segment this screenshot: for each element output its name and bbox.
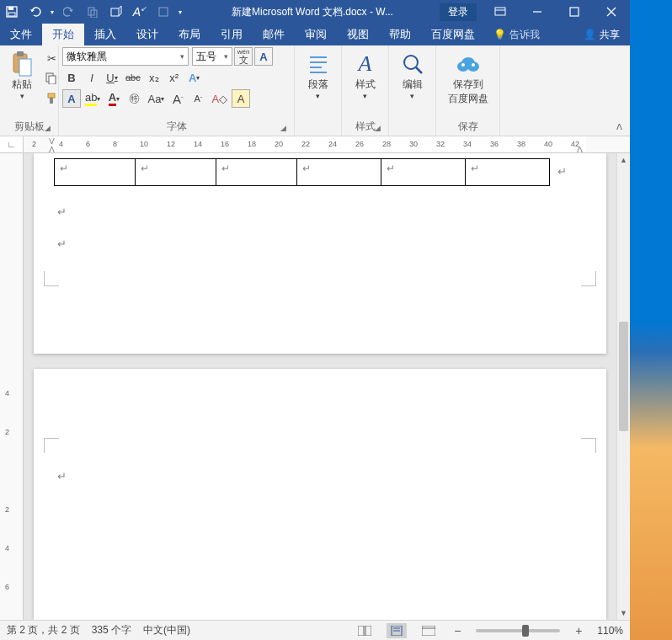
page-surface[interactable]: ↵↵↵↵↵↵ ↵ ↵ ↵ ↵ bbox=[24, 153, 616, 620]
tab-mail[interactable]: 邮件 bbox=[253, 24, 295, 45]
table-cell[interactable]: ↵ bbox=[297, 159, 381, 186]
zoom-level[interactable]: 110% bbox=[597, 625, 623, 637]
zoom-slider[interactable] bbox=[476, 629, 560, 632]
ruler-tick: 12 bbox=[167, 140, 175, 148]
char-border-button[interactable]: A bbox=[254, 47, 273, 66]
redo-icon[interactable] bbox=[57, 0, 81, 24]
table-cell[interactable]: ↵ bbox=[216, 159, 297, 186]
qa-icon-1[interactable] bbox=[81, 0, 104, 24]
ruler-tick: 8 bbox=[113, 140, 117, 148]
table-cell[interactable]: ↵ bbox=[136, 159, 216, 186]
tab-references[interactable]: 引用 bbox=[211, 24, 253, 45]
table-cell[interactable]: ↵ bbox=[381, 159, 466, 186]
qa-icon-2[interactable] bbox=[104, 0, 128, 24]
char-shading-button[interactable]: A bbox=[62, 89, 81, 108]
login-button[interactable]: 登录 bbox=[440, 3, 477, 21]
tab-layout[interactable]: 布局 bbox=[168, 24, 211, 45]
cut-icon[interactable]: ✂ bbox=[42, 49, 61, 67]
highlight-button[interactable]: ab▾ bbox=[83, 89, 103, 108]
page-indicator[interactable]: 第 2 页，共 2 页 bbox=[7, 623, 80, 637]
qa-styles-icon[interactable]: A↙ bbox=[128, 0, 152, 24]
web-layout-icon[interactable] bbox=[419, 623, 439, 638]
text-effects-button[interactable]: A▾ bbox=[185, 68, 204, 87]
styles-launcher-icon[interactable]: ◢ bbox=[371, 122, 383, 134]
svg-rect-18 bbox=[48, 93, 55, 98]
italic-button[interactable]: I bbox=[83, 68, 101, 87]
print-layout-icon[interactable] bbox=[387, 623, 407, 638]
tab-design[interactable]: 设计 bbox=[126, 24, 168, 45]
strike-button[interactable]: abc bbox=[123, 68, 143, 87]
ruler-tick: 2 bbox=[32, 140, 36, 148]
paste-icon bbox=[8, 51, 35, 77]
close-icon[interactable] bbox=[593, 0, 630, 24]
undo-dropdown[interactable]: ▾ bbox=[47, 0, 57, 24]
shrink-font-button[interactable]: Aˇ bbox=[189, 89, 207, 108]
read-mode-icon[interactable] bbox=[355, 623, 375, 638]
phonetic-guide-button[interactable]: wén文 bbox=[234, 47, 253, 66]
paste-button[interactable]: 粘贴▾ bbox=[3, 47, 40, 104]
vertical-ruler[interactable]: 42246 bbox=[0, 153, 24, 620]
tab-review[interactable]: 审阅 bbox=[295, 24, 337, 45]
copy-icon[interactable] bbox=[42, 69, 61, 88]
tell-me-input[interactable]: 💡告诉我 bbox=[485, 24, 548, 45]
save-baidu-button[interactable]: 保存到 百度网盘 bbox=[443, 47, 493, 109]
styles-button[interactable]: A 样式▾ bbox=[347, 47, 384, 104]
tab-baidu[interactable]: 百度网盘 bbox=[421, 24, 485, 45]
editing-button[interactable]: 编辑▾ bbox=[394, 47, 431, 104]
tab-help[interactable]: 帮助 bbox=[379, 24, 421, 45]
undo-icon[interactable] bbox=[24, 0, 47, 24]
minimize-icon[interactable] bbox=[519, 0, 556, 24]
group-label-save: 保存 bbox=[440, 118, 496, 136]
svg-rect-36 bbox=[422, 626, 435, 636]
zoom-out-button[interactable]: − bbox=[451, 624, 464, 637]
maximize-icon[interactable] bbox=[556, 0, 593, 24]
grow-font-button[interactable]: Aˇ bbox=[168, 89, 187, 108]
scroll-thumb[interactable] bbox=[619, 322, 628, 431]
para-mark: ↵ bbox=[57, 237, 67, 250]
language-indicator[interactable]: 中文(中国) bbox=[143, 623, 190, 637]
underline-button[interactable]: U▾ bbox=[103, 68, 121, 87]
ruler-tick: 26 bbox=[355, 140, 364, 148]
font-size-combo[interactable]: 五号▾ bbox=[192, 47, 232, 66]
para-mark: ↵ bbox=[57, 470, 67, 483]
ribbon-display-icon[interactable] bbox=[482, 0, 519, 24]
scroll-up-icon[interactable]: ▲ bbox=[617, 153, 630, 167]
tab-view[interactable]: 视图 bbox=[337, 24, 379, 45]
paragraph-button[interactable]: 段落▾ bbox=[300, 47, 337, 104]
collapse-ribbon-icon[interactable]: ᐱ bbox=[611, 119, 627, 134]
char-scaling-button[interactable]: A bbox=[232, 89, 250, 108]
format-painter-icon[interactable] bbox=[42, 89, 61, 108]
tab-selector[interactable]: ∟ bbox=[0, 136, 24, 152]
horizontal-ruler[interactable]: ∟ ᐯ ᐱ ᐱ 24681012141618202224262830323436… bbox=[0, 136, 630, 153]
zoom-in-button[interactable]: + bbox=[572, 624, 585, 637]
document-table[interactable]: ↵↵↵↵↵↵ bbox=[54, 158, 550, 186]
enclose-char-button[interactable]: ㊕ bbox=[125, 89, 143, 108]
vruler-tick: 4 bbox=[5, 544, 9, 552]
clipboard-launcher-icon[interactable]: ◢ bbox=[41, 122, 53, 134]
tab-insert[interactable]: 插入 bbox=[84, 24, 126, 45]
tab-home[interactable]: 开始 bbox=[42, 24, 84, 45]
svg-rect-32 bbox=[365, 626, 371, 636]
bold-button[interactable]: B bbox=[62, 68, 81, 87]
ruler-tick: 20 bbox=[275, 140, 283, 148]
share-button[interactable]: 👤共享 bbox=[573, 24, 630, 45]
table-cell[interactable]: ↵ bbox=[466, 159, 550, 186]
qat-customize[interactable]: ▾ bbox=[175, 0, 185, 24]
save-icon[interactable] bbox=[0, 0, 24, 24]
font-color-button[interactable]: A▾ bbox=[104, 89, 123, 108]
ruler-tick: 40 bbox=[544, 140, 552, 148]
table-cell[interactable]: ↵ bbox=[55, 159, 136, 186]
font-launcher-icon[interactable]: ◢ bbox=[277, 122, 289, 134]
para-mark: ↵ bbox=[57, 205, 67, 218]
scroll-down-icon[interactable]: ▼ bbox=[617, 606, 630, 620]
qa-icon-3[interactable] bbox=[152, 0, 175, 24]
change-case-button[interactable]: Aa▾ bbox=[145, 89, 167, 108]
vertical-scrollbar[interactable]: ▲ ▼ bbox=[616, 153, 630, 620]
word-count[interactable]: 335 个字 bbox=[92, 623, 131, 637]
ruler-tick: 34 bbox=[463, 140, 472, 148]
tab-file[interactable]: 文件 bbox=[0, 24, 42, 45]
clear-format-button[interactable]: A◇ bbox=[209, 89, 230, 108]
font-name-combo[interactable]: 微软雅黑▾ bbox=[62, 47, 189, 66]
superscript-button[interactable]: x² bbox=[165, 68, 184, 87]
subscript-button[interactable]: x₂ bbox=[145, 68, 163, 87]
